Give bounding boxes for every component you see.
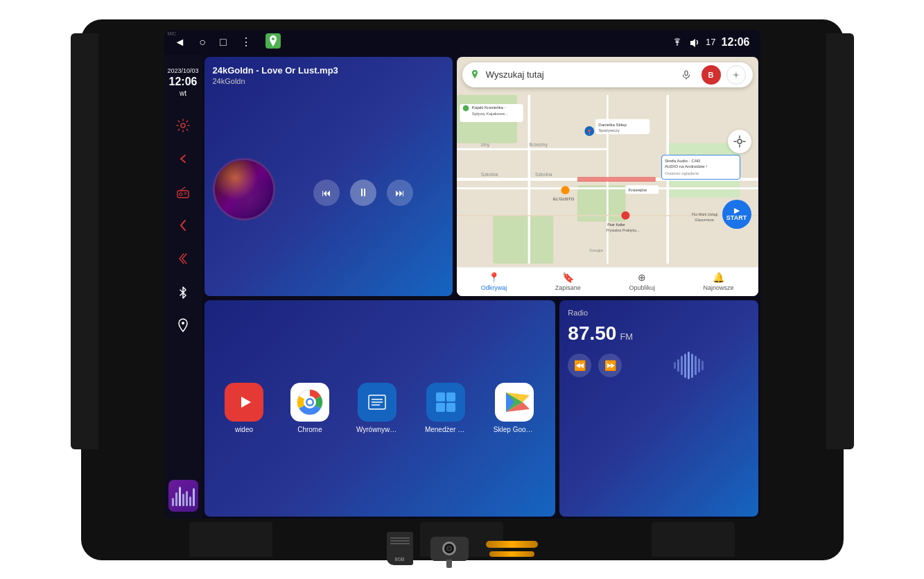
play-pause-button[interactable]: ⏸	[350, 180, 376, 206]
bar-1	[172, 498, 174, 506]
audio-visual-panel[interactable]	[168, 480, 198, 512]
bracket-right	[826, 33, 854, 449]
signal-strength: 17	[706, 37, 715, 47]
camera-body	[430, 537, 469, 561]
map-nav-odkrywaj[interactable]: 📍 Odkrywaj	[481, 272, 507, 291]
radio-panel: Radio 87.50 FM ⏪ ⏩	[559, 300, 758, 517]
content-area: 24kGoldn - Love Or Lust.mp3 24kGoldn ⏮ ⏸	[202, 55, 760, 519]
volume-icon	[689, 37, 700, 47]
time-display: 12:06	[169, 76, 198, 88]
radio-prev-button[interactable]: ⏪	[568, 354, 591, 377]
radio-wave-display	[627, 350, 749, 381]
wave-bar	[674, 362, 676, 369]
svg-marker-51	[241, 397, 251, 408]
sidebar-left-arrow-icon[interactable]	[173, 215, 193, 236]
prev-button[interactable]: ⏮	[313, 180, 340, 206]
wave-bar	[701, 361, 704, 370]
map-nav-najnowsze[interactable]: 🔔 Najnowsze	[704, 272, 734, 291]
svg-point-50	[738, 139, 742, 144]
map-compass-button[interactable]	[726, 65, 746, 85]
music-info-right: ⏮ ⏸ ⏭	[282, 173, 444, 206]
back-button[interactable]: ◄	[175, 36, 186, 49]
svg-text:EL'GUSTO: EL'GUSTO	[553, 196, 574, 201]
audio-visual-container	[168, 480, 198, 512]
bar-4	[182, 494, 184, 506]
pry-tools-accessory	[486, 541, 538, 557]
najnowsze-label: Najnowsze	[704, 284, 734, 291]
pry-tool-1	[486, 541, 538, 548]
panels-top: 24kGoldn - Love Or Lust.mp3 24kGoldn ⏮ ⏸	[202, 55, 760, 298]
car-unit: MIC ◄ ○ □ ⋮	[81, 19, 844, 560]
music-title: 24kGoldn - Love Or Lust.mp3	[213, 65, 444, 76]
app-wyrownywanie[interactable]: Wyrównywa...	[356, 383, 398, 433]
opublikuj-label: Opublikuj	[629, 284, 655, 291]
bottom-tab-3	[652, 522, 735, 557]
bar-2	[175, 492, 177, 506]
map-avatar-button[interactable]: B	[701, 65, 721, 85]
sidebar-back-icon[interactable]	[173, 148, 193, 169]
status-bar-left: ◄ ○ □ ⋮	[175, 33, 672, 51]
bar-3	[179, 487, 181, 506]
map-nav-zapisane[interactable]: 🔖 Zapisane	[555, 272, 581, 291]
music-artist: 24kGoldn	[213, 77, 444, 85]
sidebar-location-icon[interactable]	[173, 315, 193, 336]
opublikuj-icon: ⊕	[638, 272, 646, 283]
svg-text:Spływy Kajakowe...: Spływy Kajakowe...	[472, 110, 509, 115]
sidebar-bluetooth-icon[interactable]	[173, 282, 193, 302]
date-display: 2023/10/03	[167, 67, 198, 74]
svg-point-56	[307, 400, 312, 405]
sidebar-left-arrow2-icon[interactable]	[173, 248, 193, 269]
camera-lens	[442, 542, 456, 555]
menu-button[interactable]: ⋮	[241, 35, 252, 49]
start-navigation-button[interactable]: ▶ START	[722, 200, 751, 229]
app-sklep[interactable]: Sklep Googl...	[494, 383, 535, 433]
svg-text:📍: 📍	[586, 128, 593, 135]
music-center: ⏮ ⏸ ⏭	[213, 91, 444, 288]
svg-text:Szkolna: Szkolna	[535, 172, 552, 177]
sklep-app-icon	[495, 383, 534, 422]
svg-text:Prywatna Praktyka...: Prywatna Praktyka...	[606, 228, 639, 232]
app-video[interactable]: wideo	[225, 383, 263, 433]
radio-bottom: ⏪ ⏩	[568, 350, 749, 381]
svg-text:Kajaki Krasieńka -: Kajaki Krasieńka -	[472, 104, 506, 109]
svg-text:Piotr Keller: Piotr Keller	[607, 223, 625, 227]
camera-accessory	[430, 537, 469, 561]
pry-tool-2	[489, 551, 534, 557]
maps-button[interactable]	[265, 33, 281, 51]
svg-rect-13	[493, 215, 553, 263]
menedzer-app-label: Menedżer P...	[425, 426, 467, 433]
bar-6	[189, 496, 191, 506]
music-controls: ⏮ ⏸ ⏭	[313, 180, 413, 206]
sidebar-settings-icon[interactable]	[173, 115, 193, 136]
app-menedzer[interactable]: Menedżer P...	[425, 383, 467, 433]
audio-bars	[172, 485, 195, 506]
svg-rect-61	[436, 392, 445, 401]
svg-point-40	[561, 186, 569, 194]
svg-rect-7	[685, 71, 688, 76]
app-chrome[interactable]: Chrome	[290, 383, 329, 433]
screen: MIC ◄ ○ □ ⋮	[164, 30, 760, 519]
radio-frequency-display: 87.50 FM	[568, 322, 749, 345]
sidebar-radio-icon[interactable]	[173, 182, 193, 202]
svg-rect-3	[177, 191, 189, 198]
wave-bar	[681, 356, 683, 375]
map-search-bar[interactable]: Wyszukaj tutaj B	[462, 62, 753, 87]
video-app-icon	[225, 383, 263, 422]
camera-lens-inner	[446, 546, 452, 551]
home-button[interactable]: ○	[199, 36, 206, 49]
sd-strip-2	[390, 540, 410, 542]
sd-strip-3	[390, 543, 410, 544]
bracket-left	[71, 33, 98, 449]
wyrownywanie-app-label: Wyrównywa...	[356, 426, 398, 433]
svg-text:Spożywczy: Spożywczy	[598, 127, 620, 132]
status-bar: ◄ ○ □ ⋮	[164, 30, 760, 55]
wave-bar	[695, 356, 697, 375]
album-art-image	[215, 160, 273, 218]
next-button[interactable]: ⏭	[387, 180, 413, 206]
map-mic-button[interactable]	[677, 65, 696, 85]
radio-next-button[interactable]: ⏩	[598, 354, 622, 377]
svg-text:AUDIO na Androidzie !: AUDIO na Androidzie !	[665, 164, 707, 168]
locate-button[interactable]	[728, 130, 751, 153]
map-nav-opublikuj[interactable]: ⊕ Opublikuj	[629, 272, 655, 291]
recent-button[interactable]: □	[220, 36, 227, 49]
